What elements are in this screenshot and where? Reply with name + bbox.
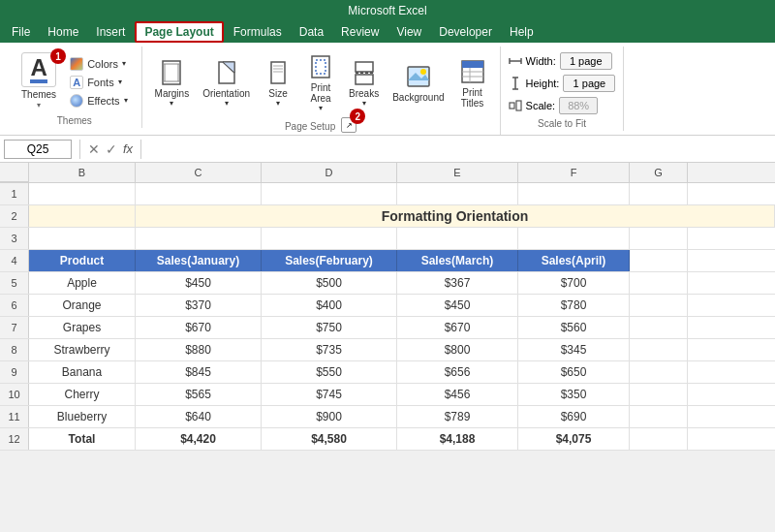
list-item[interactable]: $700 — [518, 272, 630, 294]
menu-view[interactable]: View — [388, 23, 429, 41]
list-item[interactable]: $500 — [262, 272, 397, 294]
themes-button[interactable]: A Themes ▾ 1 — [16, 48, 62, 113]
cell-g5[interactable] — [630, 272, 688, 294]
cell-e3[interactable] — [397, 228, 518, 249]
list-item[interactable]: $450 — [397, 295, 518, 316]
cell-d1[interactable] — [262, 183, 397, 204]
background-button[interactable]: Background — [388, 58, 449, 106]
menu-help[interactable]: Help — [502, 23, 542, 41]
colors-button[interactable]: Colors ▾ — [64, 55, 133, 73]
list-item[interactable]: $456 — [397, 384, 518, 405]
confirm-icon[interactable]: ✓ — [106, 141, 117, 157]
cell-c1[interactable] — [136, 183, 262, 204]
header-feb[interactable]: Sales(February) — [262, 250, 397, 271]
menu-formulas[interactable]: Formulas — [226, 23, 290, 41]
list-item[interactable]: Strawberry — [29, 339, 136, 360]
orientation-button[interactable]: Orientation ▾ — [198, 54, 255, 110]
cell-g4[interactable] — [630, 250, 688, 271]
list-item[interactable]: $350 — [518, 384, 630, 405]
list-item[interactable]: $345 — [518, 339, 630, 360]
list-item[interactable]: $670 — [136, 317, 262, 338]
cell-g1[interactable] — [630, 183, 688, 204]
list-item[interactable]: Banana — [29, 361, 136, 383]
svg-rect-32 — [516, 101, 521, 110]
formula-input[interactable] — [149, 142, 771, 156]
list-item[interactable]: $4,188 — [397, 428, 518, 450]
list-item[interactable]: $789 — [397, 406, 518, 427]
list-item[interactable]: $550 — [262, 361, 397, 383]
print-area-button[interactable]: Print Area ▾ — [301, 48, 340, 115]
list-item[interactable]: $650 — [518, 361, 630, 383]
page-setup-dialog-launcher[interactable]: ↗ 2 — [341, 117, 356, 133]
cell-g12[interactable] — [630, 428, 688, 450]
menu-home[interactable]: Home — [40, 23, 86, 41]
menu-insert[interactable]: Insert — [88, 23, 133, 41]
cell-e1[interactable] — [397, 183, 518, 204]
cell-d3[interactable] — [262, 228, 397, 249]
menu-data[interactable]: Data — [292, 23, 331, 41]
list-item[interactable]: $400 — [262, 295, 397, 316]
effects-button[interactable]: Effects ▾ — [64, 92, 133, 110]
cell-g11[interactable] — [630, 406, 688, 427]
list-item[interactable]: $4,075 — [518, 428, 630, 450]
cell-g7[interactable] — [630, 317, 688, 338]
cell-c3[interactable] — [136, 228, 262, 249]
list-item[interactable]: $845 — [136, 361, 262, 383]
cancel-icon[interactable]: ✕ — [88, 141, 100, 157]
list-item[interactable]: $565 — [136, 384, 262, 405]
list-item[interactable]: $690 — [518, 406, 630, 427]
cell-f3[interactable] — [518, 228, 630, 249]
list-item[interactable]: $4,580 — [262, 428, 397, 450]
list-item[interactable]: $750 — [262, 317, 397, 338]
header-jan[interactable]: Sales(January) — [136, 250, 262, 271]
header-product[interactable]: Product — [29, 250, 136, 271]
list-item[interactable]: $880 — [136, 339, 262, 360]
cell-b2[interactable] — [29, 205, 136, 227]
cell-g10[interactable] — [630, 384, 688, 405]
size-button[interactable]: Size ▾ — [259, 54, 297, 110]
list-item[interactable]: Cherry — [29, 384, 136, 405]
list-item[interactable]: $640 — [136, 406, 262, 427]
list-item[interactable]: $900 — [262, 406, 397, 427]
list-item[interactable]: $560 — [518, 317, 630, 338]
list-item[interactable]: $735 — [262, 339, 397, 360]
cell-g8[interactable] — [630, 339, 688, 360]
cell-b3[interactable] — [29, 228, 136, 249]
name-box[interactable]: Q25 — [4, 140, 72, 159]
cell-g9[interactable] — [630, 361, 688, 383]
header-apr[interactable]: Sales(April) — [518, 250, 630, 271]
breaks-button[interactable]: Breaks ▾ — [344, 54, 384, 110]
menu-file[interactable]: File — [4, 23, 38, 41]
title-cell[interactable]: Formatting Orientation — [136, 205, 775, 227]
height-input[interactable] — [563, 75, 615, 92]
menu-review[interactable]: Review — [333, 23, 387, 41]
list-item[interactable]: $800 — [397, 339, 518, 360]
menu-page-layout[interactable]: Page Layout — [135, 21, 223, 43]
cell-b1[interactable] — [29, 183, 136, 204]
list-item[interactable]: $370 — [136, 295, 262, 316]
list-item[interactable]: $670 — [397, 317, 518, 338]
header-mar[interactable]: Sales(March) — [397, 250, 518, 271]
list-item[interactable]: Orange — [29, 295, 136, 316]
col-header-g: G — [630, 163, 688, 182]
list-item[interactable]: $745 — [262, 384, 397, 405]
cell-g6[interactable] — [630, 295, 688, 316]
scale-input[interactable] — [559, 97, 598, 114]
list-item[interactable]: Apple — [29, 272, 136, 294]
list-item[interactable]: Total — [29, 428, 136, 450]
cell-g3[interactable] — [630, 228, 688, 249]
margins-button[interactable]: Margins ▾ — [150, 54, 195, 110]
fx-icon[interactable]: fx — [123, 141, 133, 156]
list-item[interactable]: $656 — [397, 361, 518, 383]
list-item[interactable]: $4,420 — [136, 428, 262, 450]
list-item[interactable]: $780 — [518, 295, 630, 316]
list-item[interactable]: $450 — [136, 272, 262, 294]
fonts-button[interactable]: A Fonts ▾ — [64, 74, 133, 91]
list-item[interactable]: $367 — [397, 272, 518, 294]
print-titles-button[interactable]: Print Titles — [453, 53, 492, 111]
cell-f1[interactable] — [518, 183, 630, 204]
list-item[interactable]: Blueberry — [29, 406, 136, 427]
list-item[interactable]: Grapes — [29, 317, 136, 338]
width-input[interactable] — [560, 52, 612, 70]
menu-developer[interactable]: Developer — [431, 23, 500, 41]
